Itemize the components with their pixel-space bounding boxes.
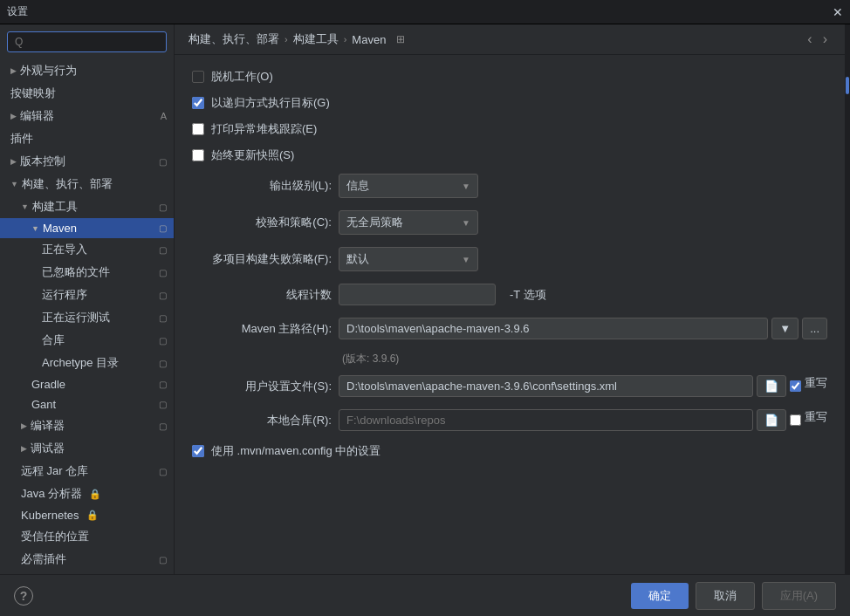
- box-icon: ▢: [159, 380, 167, 389]
- maven-home-browse-btn[interactable]: ...: [802, 318, 827, 339]
- search-box: [0, 24, 174, 59]
- search-input[interactable]: [7, 31, 167, 52]
- sidebar-item-running-tests[interactable]: 正在运行测试 ▢: [0, 306, 174, 329]
- output-level-label: 输出级别(L):: [192, 178, 332, 194]
- breadcrumb-sep1: ›: [284, 34, 288, 44]
- local-repo-input-wrapper: 📄 重写: [339, 409, 827, 431]
- maven-home-row: Maven 主路径(H): ▼ ...: [192, 318, 827, 339]
- maven-home-input[interactable]: [339, 318, 768, 339]
- sidebar-label: 正在运行测试: [42, 310, 110, 325]
- content-area: 构建、执行、部署 › 构建工具 › Maven ⊞ ‹ › 脱机工作(O) 以递…: [175, 24, 845, 574]
- print-stack-checkbox[interactable]: [192, 123, 204, 135]
- sidebar-item-editor[interactable]: ▶ 编辑器 A: [0, 105, 174, 127]
- sidebar-item-archetype[interactable]: Archetype 目录 ▢: [0, 352, 174, 374]
- local-repo-browse-btn[interactable]: 📄: [757, 409, 786, 431]
- sidebar-item-plugins[interactable]: 插件: [0, 127, 174, 150]
- nav-back-button[interactable]: ‹: [804, 31, 815, 47]
- sidebar-item-compiler[interactable]: ▶ 编译器 ▢: [0, 414, 174, 437]
- arrow-icon: ▼: [10, 180, 18, 188]
- output-level-value: 信息: [346, 178, 369, 194]
- sidebar-item-running[interactable]: 运行程序 ▢: [0, 284, 174, 306]
- sidebar-item-keymap[interactable]: 按键映射: [0, 82, 174, 105]
- box-icon: ▢: [159, 291, 167, 300]
- user-settings-input[interactable]: [339, 375, 753, 397]
- use-mvn-config-label[interactable]: 使用 .mvn/maven.config 中的设置: [211, 443, 380, 459]
- check-policy-value: 无全局策略: [346, 215, 403, 230]
- right-edge: [845, 24, 850, 574]
- sidebar-item-ignored[interactable]: 已忽略的文件 ▢: [0, 261, 174, 284]
- breadcrumb-nav: ‹ ›: [804, 31, 831, 47]
- sidebar-item-vcs[interactable]: ▶ 版本控制 ▢: [0, 150, 174, 173]
- sidebar: ▶ 外观与行为 按键映射 ▶ 编辑器 A 插件 ▶ 版本控制 ▢ ▼ 构建、执行…: [0, 24, 175, 574]
- sidebar-item-gradle[interactable]: Gradle ▢: [0, 374, 174, 394]
- local-repo-row: 本地合库(R): 📄 重写: [192, 409, 827, 431]
- sidebar-label: 运行程序: [42, 287, 87, 303]
- sidebar-item-kubernetes[interactable]: Kubernetes 🔒: [0, 505, 174, 525]
- user-settings-rewrite-label[interactable]: 重写: [805, 375, 827, 397]
- sidebar-label: 调试器: [31, 441, 65, 456]
- use-mvn-config-checkbox[interactable]: [192, 445, 204, 457]
- recursive-checkbox[interactable]: [192, 97, 204, 109]
- user-settings-row: 用户设置文件(S): 📄 重写: [192, 375, 827, 397]
- local-repo-rewrite-label[interactable]: 重写: [805, 409, 827, 431]
- sidebar-item-required-plugins[interactable]: 必需插件 ▢: [0, 548, 174, 571]
- offline-label[interactable]: 脱机工作(O): [211, 69, 273, 85]
- arrow-icon: ▶: [21, 444, 27, 453]
- user-settings-label: 用户设置文件(S):: [192, 379, 332, 394]
- maven-home-dropdown-btn[interactable]: ▼: [771, 318, 799, 339]
- box-icon: ▢: [159, 313, 167, 323]
- local-repo-rewrite-checkbox[interactable]: [790, 409, 801, 431]
- local-repo-input[interactable]: [339, 409, 753, 431]
- sidebar-item-trusted[interactable]: 受信任的位置: [0, 525, 174, 548]
- help-button[interactable]: ?: [14, 586, 33, 606]
- box-icon: ▢: [159, 202, 167, 212]
- cancel-button[interactable]: 取消: [696, 582, 755, 610]
- multi-fail-policy-dropdown[interactable]: 默认 ▼: [339, 247, 478, 271]
- box-icon: ▢: [159, 467, 167, 476]
- always-update-label[interactable]: 始终更新快照(S): [211, 147, 294, 163]
- recursive-label[interactable]: 以递归方式执行目标(G): [211, 95, 330, 111]
- always-update-row: 始终更新快照(S): [192, 147, 827, 163]
- sidebar-item-debugger[interactable]: ▶ 调试器: [0, 437, 174, 460]
- sidebar-label: 合库: [42, 332, 65, 348]
- print-stack-label[interactable]: 打印异常堆栈跟踪(E): [211, 121, 317, 137]
- always-update-checkbox[interactable]: [192, 149, 204, 161]
- apply-button[interactable]: 应用(A): [762, 582, 836, 610]
- sidebar-label: 编译器: [31, 418, 65, 434]
- sidebar-label: 远程 Jar 仓库: [21, 463, 88, 479]
- sidebar-item-maven[interactable]: ▼ Maven ▢: [0, 218, 174, 238]
- user-settings-browse-btn[interactable]: 📄: [757, 375, 786, 397]
- sidebar-label: 编辑器: [20, 108, 54, 124]
- sidebar-label: 外观与行为: [20, 63, 77, 79]
- maven-settings: 脱机工作(O) 以递归方式执行目标(G) 打印异常堆栈跟踪(E) 始终更新快照(…: [175, 55, 845, 574]
- sidebar-item-importing[interactable]: 正在导入 ▢: [0, 238, 174, 261]
- use-mvn-config-row: 使用 .mvn/maven.config 中的设置: [192, 443, 827, 459]
- output-level-dropdown[interactable]: 信息 ▼: [339, 174, 478, 198]
- breadcrumb-tools: 构建工具: [293, 31, 339, 47]
- arrow-icon: ▼: [21, 202, 29, 211]
- box-icon: ▢: [159, 245, 167, 255]
- pin-icon[interactable]: ⊞: [396, 33, 405, 45]
- confirm-button[interactable]: 确定: [631, 583, 689, 609]
- sidebar-item-repos[interactable]: 合库 ▢: [0, 329, 174, 352]
- lock-icon: 🔒: [86, 510, 99, 521]
- check-policy-dropdown[interactable]: 无全局策略 ▼: [339, 210, 478, 235]
- offline-checkbox[interactable]: [192, 71, 204, 83]
- sidebar-item-build[interactable]: ▼ 构建、执行、部署: [0, 173, 174, 195]
- nav-forward-button[interactable]: ›: [819, 31, 831, 47]
- user-settings-rewrite-checkbox[interactable]: [790, 375, 801, 397]
- footer: ? 确定 取消 应用(A): [0, 574, 850, 616]
- recursive-row: 以递归方式执行目标(G): [192, 95, 827, 111]
- sidebar-item-java-analyzer[interactable]: Java 分析器 🔒: [0, 483, 174, 505]
- dialog-title: 设置: [7, 4, 28, 19]
- box-icon: ▢: [159, 157, 167, 167]
- sidebar-item-gant[interactable]: Gant ▢: [0, 394, 174, 414]
- close-button[interactable]: ✕: [833, 5, 843, 19]
- lock-icon: 🔒: [89, 489, 101, 500]
- sidebar-item-appearance[interactable]: ▶ 外观与行为: [0, 59, 174, 82]
- sidebar-item-remote-jar[interactable]: 远程 Jar 仓库 ▢: [0, 460, 174, 483]
- arrow-icon: ▶: [21, 421, 27, 430]
- sidebar-item-build-tools[interactable]: ▼ 构建工具 ▢: [0, 195, 174, 218]
- sidebar-label: 按键映射: [10, 86, 56, 101]
- threads-input[interactable]: [339, 284, 496, 305]
